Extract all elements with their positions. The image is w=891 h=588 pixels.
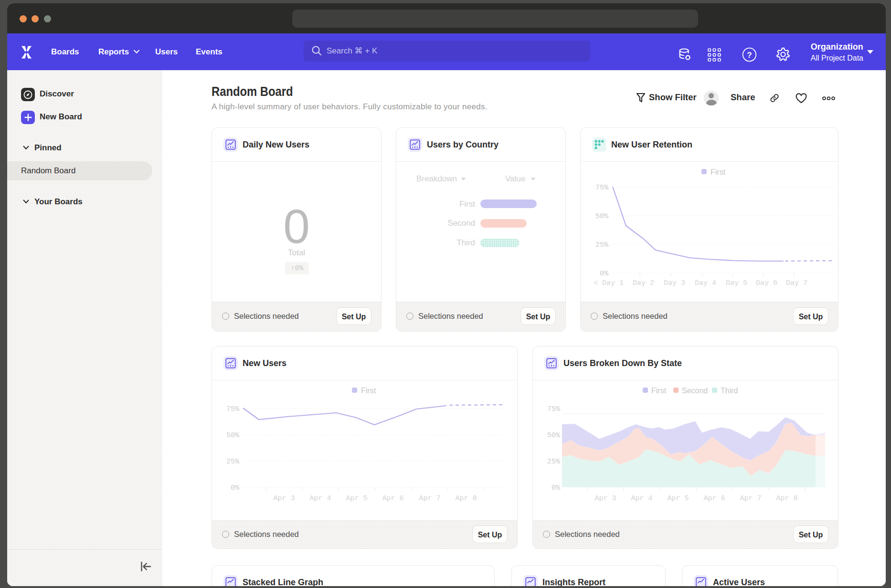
svg-text:First: First bbox=[651, 387, 667, 395]
svg-text:0%: 0% bbox=[552, 484, 561, 492]
svg-text:Apr 7: Apr 7 bbox=[740, 494, 761, 503]
svg-text:Day 3: Day 3 bbox=[664, 279, 685, 287]
svg-text:Day 5: Day 5 bbox=[726, 279, 747, 287]
svg-text:Apr 4: Apr 4 bbox=[309, 494, 331, 503]
svg-text:25%: 25% bbox=[547, 458, 561, 466]
svg-text:75%: 75% bbox=[226, 405, 240, 413]
svg-text:Day 4: Day 4 bbox=[695, 279, 716, 287]
svg-text:First: First bbox=[711, 168, 726, 176]
svg-text:25%: 25% bbox=[226, 458, 240, 466]
svg-text:Day 7: Day 7 bbox=[786, 279, 807, 287]
svg-text:50%: 50% bbox=[226, 431, 240, 440]
svg-text:25%: 25% bbox=[595, 241, 609, 249]
svg-text:Day 2: Day 2 bbox=[633, 279, 654, 287]
svg-text:< Day 1: < Day 1 bbox=[594, 279, 624, 287]
svg-text:75%: 75% bbox=[547, 405, 561, 413]
svg-text:Apr 8: Apr 8 bbox=[455, 494, 477, 503]
svg-text:Third: Third bbox=[721, 387, 738, 395]
svg-text:Apr 3: Apr 3 bbox=[594, 494, 616, 503]
svg-text:Second: Second bbox=[682, 387, 708, 395]
svg-text:Apr 3: Apr 3 bbox=[273, 494, 295, 503]
svg-text:Apr 6: Apr 6 bbox=[703, 494, 725, 503]
svg-text:0%: 0% bbox=[600, 270, 609, 278]
svg-text:Day 6: Day 6 bbox=[756, 279, 777, 287]
svg-text:0%: 0% bbox=[231, 484, 240, 492]
svg-text:Apr 5: Apr 5 bbox=[667, 494, 689, 503]
svg-text:Apr 6: Apr 6 bbox=[382, 494, 403, 503]
svg-text:75%: 75% bbox=[595, 184, 609, 192]
svg-text:?: ? bbox=[747, 51, 752, 60]
svg-text:Apr 5: Apr 5 bbox=[346, 494, 367, 503]
svg-text:Apr 4: Apr 4 bbox=[631, 494, 652, 503]
svg-text:50%: 50% bbox=[547, 431, 561, 440]
svg-text:Apr 7: Apr 7 bbox=[419, 494, 440, 503]
svg-text:50%: 50% bbox=[595, 212, 609, 220]
svg-text:First: First bbox=[361, 387, 376, 395]
svg-text:Apr 8: Apr 8 bbox=[776, 494, 797, 503]
